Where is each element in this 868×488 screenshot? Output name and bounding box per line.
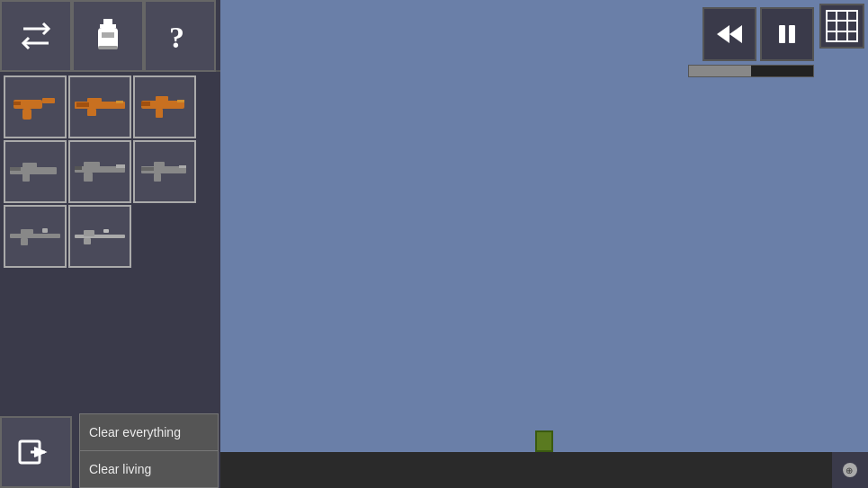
sniper1-icon [10, 218, 60, 254]
svg-rect-40 [84, 230, 94, 236]
svg-rect-9 [22, 109, 31, 120]
svg-rect-8 [42, 98, 55, 103]
rifle-icon [75, 89, 125, 125]
svg-rect-46 [779, 25, 785, 43]
dark-gun2-icon [75, 154, 125, 190]
svg-rect-0 [20, 20, 52, 52]
svg-rect-41 [84, 238, 91, 244]
svg-rect-4 [102, 32, 114, 38]
help-button[interactable]: ? [144, 0, 216, 72]
svg-rect-33 [141, 167, 154, 171]
svg-rect-20 [177, 100, 184, 102]
svg-rect-36 [21, 229, 33, 235]
grid-icon [826, 10, 858, 42]
svg-rect-24 [10, 167, 21, 171]
question-icon: ? [165, 19, 195, 53]
progress-bar-bg [688, 65, 814, 77]
weapon-cell-rifle[interactable] [68, 75, 131, 138]
swap-icon [20, 20, 52, 52]
weapon-cell-dark1[interactable] [4, 140, 67, 203]
svg-rect-23 [22, 173, 30, 182]
svg-rect-22 [22, 163, 37, 169]
weapon-cell-sniper1[interactable] [4, 205, 67, 268]
grid-button[interactable] [819, 4, 864, 49]
weapon-cell-pistol[interactable] [4, 75, 67, 138]
weapon-cell-sniper2[interactable] [68, 205, 131, 268]
svg-rect-32 [154, 173, 161, 182]
svg-rect-17 [156, 96, 168, 102]
bottom-right-indicator: ⊕ [832, 452, 868, 488]
svg-rect-29 [116, 164, 125, 168]
context-menu: Clear everything Clear living [79, 413, 219, 488]
svg-rect-3 [98, 28, 118, 49]
svg-rect-12 [87, 98, 102, 103]
player-character [535, 430, 553, 452]
svg-text:⊕: ⊕ [846, 466, 853, 475]
weapon-row-1 [4, 75, 217, 138]
bottle-button[interactable] [72, 0, 144, 72]
svg-rect-27 [84, 173, 93, 182]
svg-rect-42 [103, 229, 109, 233]
svg-rect-39 [75, 235, 125, 238]
svg-rect-38 [42, 228, 48, 233]
svg-rect-31 [154, 162, 165, 168]
bottle-icon [94, 19, 121, 53]
pause-button[interactable] [760, 7, 814, 61]
clear-living-button[interactable]: Clear living [80, 450, 218, 487]
svg-rect-52 [827, 11, 857, 41]
pause-icon [774, 22, 800, 47]
svg-rect-10 [13, 102, 21, 105]
toolbar: ? [0, 0, 220, 72]
svg-rect-19 [141, 102, 150, 106]
exit-icon [16, 432, 56, 472]
svg-rect-26 [84, 162, 100, 168]
weapon-row-2 [4, 140, 217, 203]
svg-rect-18 [156, 109, 163, 118]
svg-rect-2 [100, 24, 116, 28]
svg-rect-35 [10, 234, 60, 238]
svg-marker-45 [729, 25, 742, 43]
weapon-cell-smg[interactable] [133, 75, 196, 138]
svg-rect-1 [103, 19, 112, 24]
progress-bar-fill [689, 66, 751, 76]
weapon-row-3 [4, 205, 217, 268]
rewind-icon [715, 22, 744, 47]
indicator-icon: ⊕ [841, 461, 859, 479]
svg-rect-13 [87, 109, 96, 116]
pistol-icon [10, 89, 60, 125]
ground [220, 452, 868, 488]
weapon-cell-dark3[interactable] [133, 140, 196, 203]
sniper2-icon [75, 218, 125, 254]
exit-button[interactable] [0, 416, 72, 488]
svg-rect-47 [789, 25, 795, 43]
dark-gun1-icon [10, 154, 60, 190]
swap-button[interactable] [0, 0, 72, 72]
dark-gun3-icon [139, 154, 190, 190]
top-right-controls [685, 4, 818, 81]
svg-text:?: ? [169, 21, 184, 53]
svg-rect-34 [179, 165, 186, 168]
svg-rect-14 [76, 102, 89, 107]
svg-rect-37 [21, 238, 28, 245]
svg-rect-5 [98, 46, 118, 49]
svg-marker-44 [717, 25, 729, 43]
clear-everything-button[interactable]: Clear everything [80, 414, 218, 450]
rewind-button[interactable] [702, 7, 756, 61]
smg-icon [139, 89, 190, 125]
weapon-cell-dark2[interactable] [68, 140, 131, 203]
svg-rect-28 [75, 166, 82, 170]
svg-rect-15 [116, 101, 123, 103]
